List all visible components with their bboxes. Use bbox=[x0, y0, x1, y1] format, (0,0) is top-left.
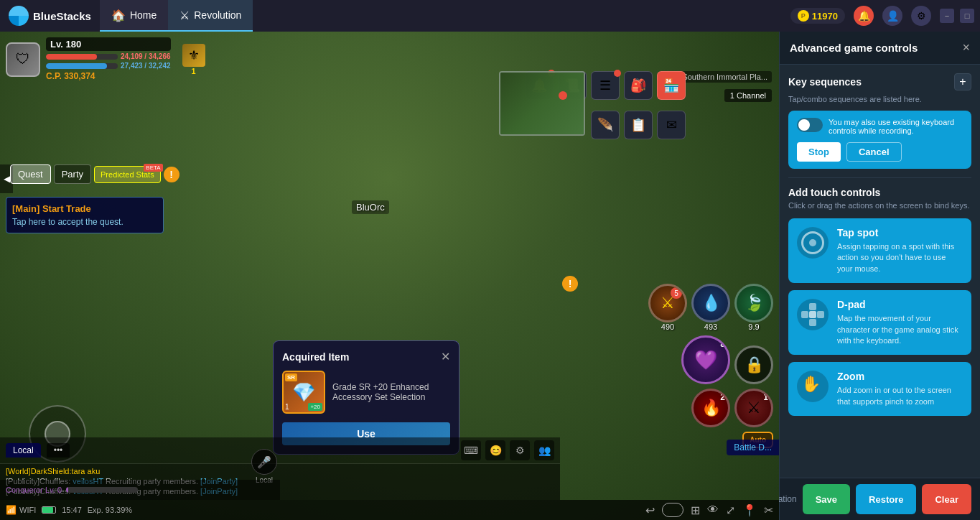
game-second-icons: 🪶 📋 ✉ bbox=[591, 111, 686, 139]
mail-icon[interactable]: ✉ bbox=[657, 111, 686, 139]
panel-close-button[interactable]: × bbox=[962, 40, 970, 55]
emoji-icon[interactable]: 😊 bbox=[485, 440, 505, 460]
mp-text: 27,423 / 32,242 bbox=[121, 62, 171, 70]
hp-text: 24,109 / 34,266 bbox=[121, 52, 171, 60]
save-button[interactable]: Save bbox=[803, 484, 850, 514]
recording-card: You may also use existing keyboard contr… bbox=[788, 111, 971, 169]
character-name: BluOrc bbox=[352, 200, 389, 214]
stop-button[interactable]: Stop bbox=[797, 142, 841, 162]
settings-icon[interactable]: ⚙ bbox=[911, 6, 931, 26]
skill-490-count: 490 bbox=[648, 322, 687, 331]
skill-2-container: 🔥 2 bbox=[691, 389, 730, 427]
xp-fill bbox=[66, 487, 68, 493]
warning-icon: ! bbox=[164, 167, 179, 182]
hp-fill bbox=[46, 54, 97, 60]
dpad-card[interactable]: D-pad Map the movement of your character… bbox=[788, 290, 971, 355]
recording-buttons: Stop Cancel bbox=[797, 142, 963, 162]
popup-item: 💎 SR +20 1 Grade SR +20 Enhanced Accesso… bbox=[282, 371, 450, 414]
back-button[interactable]: ↩ bbox=[645, 503, 655, 517]
tap-spot-inner bbox=[809, 239, 816, 246]
skill-8[interactable]: 💜 8 bbox=[681, 335, 730, 384]
bag-icon[interactable]: 🎒 bbox=[624, 71, 653, 100]
chat-tab-local[interactable]: Local bbox=[6, 443, 41, 458]
clear-button[interactable]: Clear bbox=[922, 484, 971, 514]
cancel-button[interactable]: Cancel bbox=[846, 142, 902, 162]
skill-99-count: 9.9 bbox=[734, 322, 773, 331]
skill-490[interactable]: ⚔ 5 bbox=[648, 284, 687, 322]
tab-home[interactable]: 🏠 Home bbox=[100, 0, 168, 32]
recording-top: You may also use existing keyboard contr… bbox=[797, 118, 963, 135]
panel-header: Advanced game controls × bbox=[780, 32, 980, 65]
grid-button[interactable]: ⊞ bbox=[691, 503, 700, 517]
menu-game-icon[interactable]: ☰ bbox=[591, 71, 620, 100]
shop-icon[interactable]: 🏪 bbox=[657, 71, 686, 100]
mp-bar bbox=[46, 63, 118, 69]
tab-predicted-stats[interactable]: Predicted Stats BETA bbox=[94, 166, 161, 183]
menu-red-dot bbox=[614, 70, 621, 77]
skill-1[interactable]: ⚔ 1 bbox=[734, 389, 773, 427]
tab-party[interactable]: Party bbox=[54, 164, 91, 184]
pin-button[interactable]: 📍 bbox=[742, 503, 757, 517]
profile-icon[interactable]: 👤 bbox=[882, 6, 902, 26]
hp-row: 24,109 / 34,266 bbox=[46, 52, 171, 60]
key-sequences-desc: Tap/combo sequences are listed here. bbox=[788, 95, 971, 103]
recording-toggle[interactable] bbox=[797, 118, 823, 132]
expand-button[interactable]: ⤢ bbox=[726, 503, 735, 517]
coins-display: P 11970 bbox=[790, 8, 845, 24]
restore-button[interactable]: Restore bbox=[856, 484, 916, 514]
toggle-knob bbox=[798, 119, 810, 131]
wifi-status: 📶 WIFI bbox=[6, 505, 36, 515]
tap-spot-icon bbox=[797, 227, 829, 259]
tab-game[interactable]: ⚔ Revolution bbox=[168, 0, 253, 32]
skill-493[interactable]: 💧 bbox=[691, 284, 730, 322]
chat-settings-icon[interactable]: ⚙ bbox=[510, 440, 530, 460]
quest-desc: Tap here to accept the quest. bbox=[12, 217, 157, 227]
item-icon: 💎 bbox=[292, 381, 315, 404]
dpad-info: D-pad Map the movement of your character… bbox=[837, 299, 963, 346]
feather-icon[interactable]: 🪶 bbox=[591, 111, 620, 139]
conqueror-bar: Conqueror Lv. 0 bbox=[0, 480, 280, 500]
zoom-finger-icon: ✋ bbox=[801, 375, 821, 394]
skill-1-container: ⚔ 1 bbox=[734, 389, 773, 427]
mp-fill bbox=[46, 63, 107, 69]
popup-title: Acquired Item bbox=[282, 351, 349, 363]
chat-tab-more[interactable]: ••• bbox=[47, 443, 70, 458]
minimize-button[interactable]: − bbox=[940, 9, 954, 23]
hp-bar bbox=[46, 54, 118, 60]
coins-amount: 11970 bbox=[812, 11, 838, 22]
lock-skill[interactable]: 🔒 bbox=[734, 345, 773, 384]
home-button-game[interactable] bbox=[662, 503, 683, 517]
mp-row: 27,423 / 32,242 bbox=[46, 62, 171, 70]
game-area[interactable]: 🛡 Lv. 180 24,109 / 34,266 27,423 / 32,24… bbox=[0, 32, 779, 520]
notifications-icon[interactable]: 🔔 bbox=[854, 6, 874, 26]
item-description: Grade SR +20 Enhanced Accessory Set Sele… bbox=[332, 382, 450, 402]
popup-close-icon[interactable]: ✕ bbox=[441, 350, 450, 363]
skill-2[interactable]: 🔥 2 bbox=[691, 389, 730, 427]
warning-sign: ! bbox=[562, 276, 578, 292]
game-overlay: 🛡 Lv. 180 24,109 / 34,266 27,423 / 32,24… bbox=[0, 32, 779, 520]
eye-button[interactable]: 👁 bbox=[707, 503, 719, 516]
sr-badge: SR bbox=[285, 373, 297, 381]
cp-text: C.P. 330,374 bbox=[46, 71, 171, 81]
add-sequence-button[interactable]: + bbox=[954, 73, 971, 90]
battle-label: Battle D... bbox=[727, 440, 779, 455]
maximize-button[interactable]: □ bbox=[960, 9, 974, 23]
tap-spot-card[interactable]: Tap spot Assign tapping on a spot with t… bbox=[788, 218, 971, 283]
status-bar: 📶 WIFI 15:47 Exp. 93.39% ↩ ⊞ 👁 bbox=[0, 500, 779, 520]
zoom-card[interactable]: ✋ Zoom Add zoom in or out to the screen … bbox=[788, 362, 971, 416]
mic-button[interactable]: 🎤 bbox=[251, 449, 277, 475]
wifi-icon: 📶 bbox=[6, 505, 17, 515]
right-panel: Advanced game controls × Key sequences +… bbox=[779, 32, 980, 520]
keyboard-icon[interactable]: ⌨ bbox=[461, 440, 481, 460]
mini-map[interactable] bbox=[499, 71, 585, 136]
item-icon-box: 💎 SR +20 1 bbox=[282, 371, 325, 414]
people-icon[interactable]: 👥 bbox=[534, 440, 554, 460]
skill-99[interactable]: 🍃 bbox=[734, 284, 773, 322]
tab-quest[interactable]: Quest bbox=[10, 164, 51, 184]
zoom-desc: Add zoom in or out to the screen that su… bbox=[837, 385, 963, 407]
clipboard-icon[interactable]: 📋 bbox=[624, 111, 653, 139]
top-bar: BlueStacks 🏠 Home ⚔ Revolution P 11970 🔔… bbox=[0, 0, 980, 32]
scissors-button[interactable]: ✂ bbox=[764, 503, 773, 517]
chat-message-1: [World]DarkShield:tara aku bbox=[6, 467, 554, 475]
main-content: 🛡 Lv. 180 24,109 / 34,266 27,423 / 32,24… bbox=[0, 32, 980, 520]
